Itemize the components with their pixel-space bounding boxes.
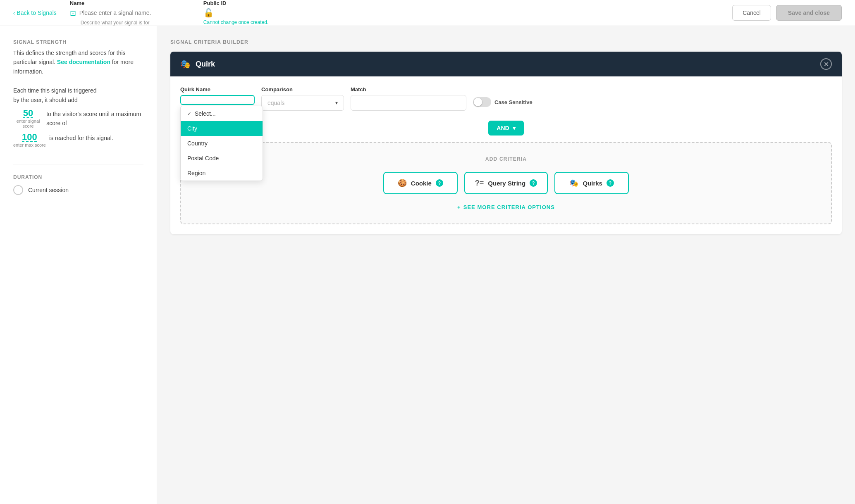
quirk-header: 🎭 Quirk ✕ — [170, 52, 842, 76]
main-layout: SIGNAL STRENGTH This defines the strengt… — [0, 26, 855, 504]
back-to-signals-link[interactable]: ‹ Back to Signals — [13, 10, 57, 16]
and-row: AND ▾ — [180, 117, 832, 142]
public-id-group: Public ID 🔓 Cannot change once created. — [203, 0, 268, 25]
close-quirk-button[interactable]: ✕ — [820, 58, 832, 70]
quirk-name-dropdown: Select... City Country Postal Code — [180, 106, 263, 181]
signal-strength-title: SIGNAL STRENGTH — [13, 39, 143, 45]
score-section: Each time this signal is triggered by th… — [13, 86, 143, 151]
score-entry-row: 50 enter signal score to the visitor's s… — [13, 108, 143, 128]
quirk-name-col: Quirk Name Select... Ci — [180, 86, 255, 105]
cookie-label: Cookie — [411, 180, 432, 187]
quirks-icon: 🎭 — [569, 178, 578, 188]
duration-section: DURATION Current session — [13, 164, 143, 195]
name-label: Name — [70, 0, 187, 6]
max-score-label: enter max score — [13, 143, 46, 147]
top-bar-fields: Name ⊡ Describe what your signal is for … — [70, 0, 719, 26]
query-string-icon: ?= — [475, 179, 484, 188]
quirk-name-label: Quirk Name — [180, 86, 255, 93]
trigger-text4: is reached for this signal. — [49, 133, 113, 143]
see-more-plus-icon: + — [457, 204, 461, 210]
quirks-label: Quirks — [583, 180, 602, 187]
quirk-header-icon: 🎭 — [180, 59, 191, 69]
duration-title: DURATION — [13, 174, 143, 180]
quirk-name-wrapper: Select... City Country Postal Code — [180, 95, 255, 105]
add-criteria-box: ADD CRITERIA 🍪 Cookie ? ?= Query String … — [180, 142, 832, 224]
case-sensitive-toggle[interactable] — [473, 97, 491, 107]
cookie-help-badge[interactable]: ? — [436, 179, 443, 187]
back-chevron-icon: ‹ — [13, 10, 15, 16]
max-score-block: 100 enter max score — [13, 132, 46, 147]
comparison-select[interactable]: equals ▾ — [261, 95, 344, 111]
trigger-text1: Each time this signal is triggered — [13, 86, 143, 95]
name-input-wrapper: ⊡ — [70, 8, 187, 18]
dropdown-item-select[interactable]: Select... — [181, 106, 263, 121]
dropdown-item-country[interactable]: Country — [181, 136, 263, 151]
signal-score-value[interactable]: 50 — [16, 108, 41, 119]
comparison-value: equals — [267, 100, 284, 106]
quirks-help-badge[interactable]: ? — [607, 179, 614, 187]
dropdown-country-label: Country — [187, 140, 208, 147]
dropdown-item-city[interactable]: City — [181, 121, 263, 136]
cannot-change-text: Cannot change once created. — [203, 19, 268, 25]
back-to-signals-label: Back to Signals — [17, 10, 57, 16]
top-bar: ‹ Back to Signals Name ⊡ Describe what y… — [0, 0, 855, 26]
dropdown-postal-code-label: Postal Code — [187, 155, 219, 162]
signal-name-input[interactable] — [79, 8, 187, 18]
comparison-label: Comparison — [261, 86, 344, 93]
current-session-label: Current session — [28, 185, 69, 195]
case-sensitive-col: Case Sensitive — [473, 86, 533, 107]
comparison-col: Comparison equals ▾ — [261, 86, 344, 111]
cancel-button[interactable]: Cancel — [732, 5, 771, 21]
current-session-row: Current session — [13, 185, 143, 195]
criteria-builder-title: SIGNAL CRITERIA BUILDER — [170, 39, 842, 45]
and-button[interactable]: AND ▾ — [488, 121, 523, 136]
criteria-fields-row: Quirk Name Select... Ci — [180, 86, 832, 111]
case-sensitive-label: Case Sensitive — [494, 99, 533, 105]
dropdown-select-label: Select... — [195, 110, 216, 117]
dropdown-city-label: City — [187, 125, 197, 132]
comparison-chevron-icon: ▾ — [335, 100, 338, 106]
dropdown-item-postal-code[interactable]: Postal Code — [181, 151, 263, 166]
signal-icon: ⊡ — [70, 9, 76, 18]
match-input[interactable] — [351, 95, 466, 111]
trigger-text3-start: to the visitor's score until a maximum s… — [46, 109, 143, 128]
see-documentation-link[interactable]: See documentation — [57, 59, 110, 65]
max-score-row: 100 enter max score is reached for this … — [13, 132, 143, 147]
toggle-knob — [474, 98, 482, 106]
match-col: Match — [351, 86, 466, 111]
signal-strength-description: This defines the strength and scores for… — [13, 48, 143, 76]
name-subtext: Describe what your signal is for — [81, 20, 187, 26]
see-more-label: SEE MORE CRITERIA OPTIONS — [463, 204, 555, 210]
quirks-criteria-button[interactable]: 🎭 Quirks ? — [554, 172, 629, 194]
add-criteria-title: ADD CRITERIA — [191, 156, 821, 162]
cookie-criteria-button[interactable]: 🍪 Cookie ? — [383, 172, 458, 194]
content-area: SIGNAL CRITERIA BUILDER 🎭 Quirk ✕ Quirk … — [157, 26, 855, 504]
quirk-title: Quirk — [196, 60, 215, 69]
top-bar-actions: Cancel Save and close — [732, 5, 842, 21]
current-session-radio[interactable] — [13, 185, 23, 195]
name-field-group: Name ⊡ Describe what your signal is for — [70, 0, 187, 26]
criteria-buttons-row: 🍪 Cookie ? ?= Query String ? 🎭 Quirks — [191, 172, 821, 194]
query-string-label: Query String — [488, 180, 525, 187]
save-and-close-button[interactable]: Save and close — [776, 5, 842, 21]
quirk-header-left: 🎭 Quirk — [180, 59, 215, 69]
signal-score-block: 50 enter signal score — [13, 108, 43, 128]
trigger-text2: by the user, it should add — [13, 95, 143, 105]
dropdown-item-region[interactable]: Region — [181, 166, 263, 181]
quirk-name-select[interactable] — [180, 95, 255, 105]
query-string-help-badge[interactable]: ? — [530, 179, 537, 187]
public-id-label: Public ID — [203, 0, 268, 6]
quirk-block: 🎭 Quirk ✕ Quirk Name — [170, 52, 842, 234]
match-label: Match — [351, 86, 466, 93]
signal-score-label: enter signal score — [13, 119, 43, 128]
see-more-criteria-link[interactable]: + SEE MORE CRITERIA OPTIONS — [191, 204, 821, 210]
and-chevron-icon: ▾ — [513, 125, 516, 131]
query-string-criteria-button[interactable]: ?= Query String ? — [464, 172, 548, 194]
dropdown-region-label: Region — [187, 170, 205, 176]
max-score-value[interactable]: 100 — [17, 132, 42, 143]
cookie-icon: 🍪 — [398, 178, 407, 188]
quirk-body: Quirk Name Select... Ci — [170, 76, 842, 234]
sidebar: SIGNAL STRENGTH This defines the strengt… — [0, 26, 157, 504]
signal-strength-section: SIGNAL STRENGTH This defines the strengt… — [13, 39, 143, 76]
case-sensitive-toggle-wrapper: Case Sensitive — [473, 97, 533, 107]
